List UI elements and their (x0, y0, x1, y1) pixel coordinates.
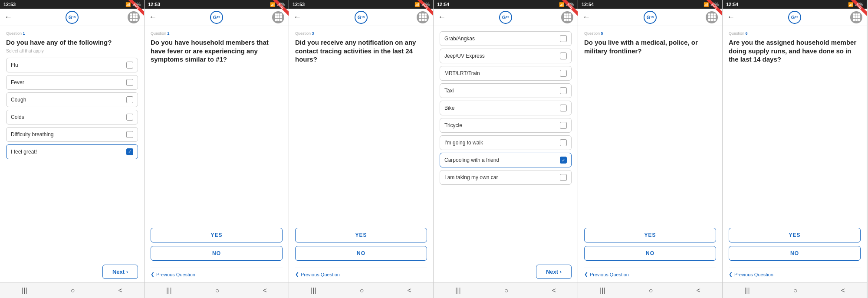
yes-button-2[interactable]: YES (151, 228, 283, 242)
option-bike[interactable]: Bike (440, 101, 572, 115)
time-6: 12:54 (726, 2, 738, 7)
option-flu[interactable]: Flu (6, 58, 138, 72)
screen-6: 12:54 📶 19% ← G19 Question 6 Are you the… (723, 0, 867, 298)
question-number-6: Question 6 (729, 31, 861, 36)
option-carpooling[interactable]: Carpooling with a friend (440, 153, 572, 167)
option-walk[interactable]: I'm going to walk (440, 135, 572, 150)
option-cough[interactable]: Cough (6, 92, 138, 107)
option-label-own-car: I am taking my own car (444, 174, 498, 180)
no-button-2[interactable]: NO (151, 246, 283, 261)
back-button-6[interactable]: ← (727, 13, 735, 22)
option-fever[interactable]: Fever (6, 75, 138, 90)
corner-badge-3 (411, 0, 433, 22)
question-number-2: Question 2 (151, 31, 283, 36)
option-mrt[interactable]: MRT/LRT/Train (440, 66, 572, 81)
screen-4: 12:54 📶 19% ← G19 Grab/Angkas Jeep/UV Ex… (434, 0, 578, 298)
checkbox-bike[interactable] (560, 105, 567, 111)
screen-1: 12:53 📶 19% ← G19 Question 1 Do you have… (0, 0, 145, 298)
corner-badge-1 (122, 0, 144, 22)
prev-question-3[interactable]: ❮ Previous Question (295, 272, 427, 277)
time-3: 12:53 (293, 2, 305, 7)
question-text-6: Are you the assigned household member do… (729, 38, 861, 64)
prev-question-2[interactable]: ❮ Previous Question (151, 272, 283, 277)
bottom-bar-3: ||| ○ < (289, 282, 433, 298)
option-feel-great[interactable]: I feel great! (6, 144, 138, 159)
time-4: 12:54 (437, 2, 449, 7)
option-tricycle[interactable]: Tricycle (440, 118, 572, 133)
time-2: 12:53 (148, 2, 160, 7)
content-1: Question 1 Do you have any of the follow… (0, 26, 144, 261)
option-label-tricycle: Tricycle (444, 122, 462, 128)
prev-label-2: Previous Question (156, 272, 195, 277)
back-nav-icon-1[interactable]: < (118, 287, 122, 295)
option-difficulty-breathing[interactable]: Difficulty breathing (6, 127, 138, 142)
next-button-4[interactable]: Next › (536, 265, 572, 279)
checkbox-taxi[interactable] (560, 87, 567, 94)
home-icon-3[interactable]: ○ (360, 287, 364, 295)
content-4: Grab/Angkas Jeep/UV Express MRT/LRT/Trai… (434, 26, 578, 261)
back-button-2[interactable]: ← (149, 13, 157, 22)
checkbox-fever[interactable] (126, 79, 133, 86)
prev-question-6[interactable]: ❮ Previous Question (729, 272, 861, 277)
yes-button-3[interactable]: YES (295, 228, 427, 242)
checkbox-cough[interactable] (126, 96, 133, 103)
menu-icon-3[interactable]: ||| (311, 287, 316, 295)
prev-chevron-2: ❮ (151, 272, 155, 277)
checkbox-walk[interactable] (560, 139, 567, 146)
home-icon-1[interactable]: ○ (71, 287, 75, 295)
home-icon-4[interactable]: ○ (504, 287, 509, 295)
menu-icon-2[interactable]: ||| (166, 287, 171, 295)
checkbox-feel-great[interactable] (126, 148, 133, 155)
option-label-walk: I'm going to walk (444, 140, 483, 146)
logo-3: G19 (355, 11, 368, 24)
checkbox-grab-angkas[interactable] (560, 35, 567, 42)
content-2: Question 2 Do you have household members… (145, 26, 289, 282)
logo-2: G19 (210, 11, 223, 24)
option-grab-angkas[interactable]: Grab/Angkas (440, 31, 572, 46)
home-icon-2[interactable]: ○ (215, 287, 220, 295)
checkbox-flu[interactable] (126, 62, 133, 69)
option-label-fever: Fever (11, 79, 24, 85)
content-3: Question 3 Did you receive any notificat… (289, 26, 433, 282)
menu-icon-6[interactable]: ||| (744, 287, 750, 295)
option-own-car[interactable]: I am taking my own car (440, 170, 572, 185)
divider-3 (295, 268, 427, 268)
next-button-1[interactable]: Next › (102, 265, 138, 279)
home-icon-6[interactable]: ○ (793, 287, 798, 295)
no-button-3[interactable]: NO (295, 246, 427, 261)
checkbox-mrt[interactable] (560, 70, 567, 77)
checkbox-difficulty-breathing[interactable] (126, 131, 133, 138)
checkbox-own-car[interactable] (560, 174, 567, 181)
menu-icon-1[interactable]: ||| (22, 287, 27, 295)
checkbox-jeep-uv[interactable] (560, 52, 567, 59)
checkbox-carpooling[interactable] (560, 157, 567, 164)
yes-button-6[interactable]: YES (729, 228, 861, 242)
menu-icon-5[interactable]: ||| (600, 287, 605, 295)
no-button-5[interactable]: NO (584, 246, 716, 261)
back-button-3[interactable]: ← (293, 13, 301, 22)
option-taxi[interactable]: Taxi (440, 83, 572, 98)
content-6: Question 6 Are you the assigned househol… (723, 26, 867, 282)
logo-5: G19 (644, 11, 657, 24)
back-nav-icon-3[interactable]: < (408, 287, 411, 295)
back-nav-icon-4[interactable]: < (552, 287, 556, 295)
checkbox-colds[interactable] (126, 114, 133, 121)
checkbox-tricycle[interactable] (560, 122, 567, 129)
corner-badge-2 (267, 0, 289, 22)
option-colds[interactable]: Colds (6, 110, 138, 124)
question-text-5: Do you live with a medical, police, or m… (584, 38, 716, 55)
no-button-6[interactable]: NO (729, 246, 861, 261)
prev-question-5[interactable]: ❮ Previous Question (584, 272, 716, 277)
back-button-5[interactable]: ← (582, 13, 590, 22)
option-jeep-uv[interactable]: Jeep/UV Express (440, 49, 572, 63)
menu-icon-4[interactable]: ||| (455, 287, 460, 295)
back-button-1[interactable]: ← (4, 13, 12, 22)
back-button-4[interactable]: ← (438, 13, 446, 22)
back-nav-icon-2[interactable]: < (263, 287, 267, 295)
bottom-bar-4: ||| ○ < (434, 282, 578, 298)
divider-6 (729, 268, 861, 268)
home-icon-5[interactable]: ○ (649, 287, 653, 295)
back-nav-icon-5[interactable]: < (697, 287, 700, 295)
back-nav-icon-6[interactable]: < (841, 287, 845, 295)
yes-button-5[interactable]: YES (584, 228, 716, 242)
